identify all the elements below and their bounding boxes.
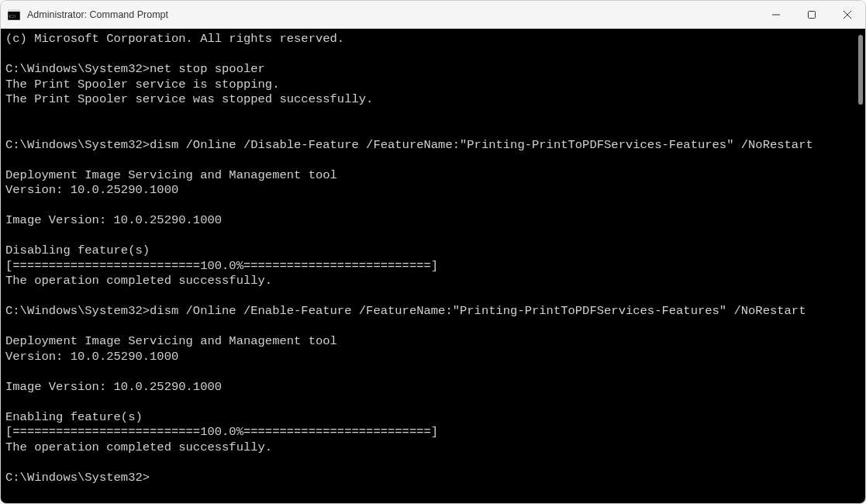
svg-rect-4 bbox=[809, 12, 816, 19]
scrollbar-thumb[interactable] bbox=[858, 35, 863, 105]
cmd-icon: C:\ bbox=[7, 8, 21, 22]
window-controls bbox=[758, 1, 865, 29]
minimize-button[interactable] bbox=[758, 1, 794, 29]
close-button[interactable] bbox=[830, 1, 865, 29]
titlebar[interactable]: C:\ Administrator: Command Prompt bbox=[1, 1, 865, 29]
terminal-area[interactable]: (c) Microsoft Corporation. All rights re… bbox=[1, 29, 865, 503]
window: C:\ Administrator: Command Prompt (c) Mi… bbox=[0, 0, 866, 504]
svg-text:C:\: C:\ bbox=[9, 13, 16, 19]
maximize-button[interactable] bbox=[794, 1, 830, 29]
svg-rect-1 bbox=[8, 9, 20, 12]
window-title: Administrator: Command Prompt bbox=[27, 9, 168, 20]
terminal-output: (c) Microsoft Corporation. All rights re… bbox=[1, 29, 865, 503]
